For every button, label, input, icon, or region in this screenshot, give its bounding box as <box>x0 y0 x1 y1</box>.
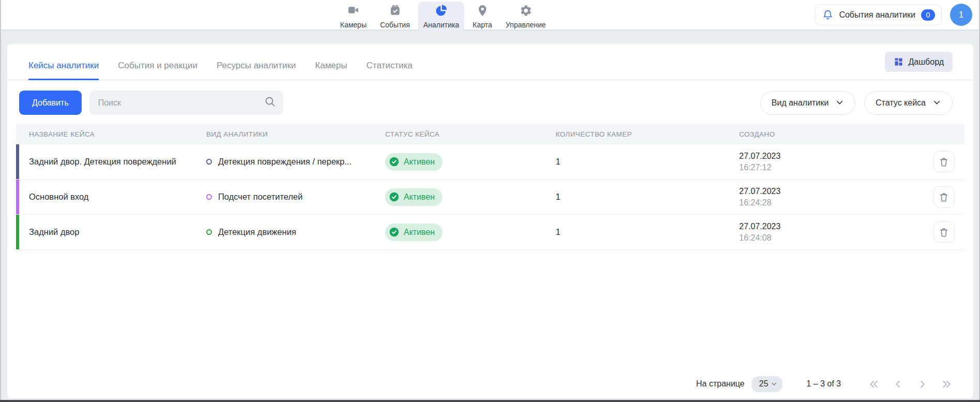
delete-button[interactable] <box>933 221 955 243</box>
case-status-cell: Активен <box>375 224 543 241</box>
col-created: СОЗДАНО <box>726 130 923 138</box>
double-chevron-left-icon <box>868 378 880 390</box>
case-status-cell: Активен <box>375 188 543 206</box>
col-case-name: НАЗВАНИЕ КЕЙСА <box>16 130 193 138</box>
nav-item-analytics[interactable]: Аналитика <box>418 2 464 32</box>
main-nav: Камеры События Аналитика Карта Управлени <box>335 2 551 32</box>
case-color-bar <box>16 180 19 214</box>
nav-label: Аналитика <box>423 21 459 29</box>
bell-icon <box>822 9 833 20</box>
window-bottom-border <box>0 400 980 402</box>
dashboard-button[interactable]: Дашборд <box>885 52 953 72</box>
nav-label: Управление <box>506 21 546 29</box>
camera-count: 1 <box>543 157 726 167</box>
first-page-button[interactable] <box>868 378 880 390</box>
chevron-right-icon <box>916 378 928 390</box>
case-name: Задний двор <box>16 227 193 237</box>
dashboard-grid-icon <box>894 57 904 67</box>
created-cell: 27.07.2023 16:24:28 <box>726 187 923 207</box>
status-badge: Активен <box>385 188 442 206</box>
tab-events-and-reactions[interactable]: События и реакции <box>118 61 197 80</box>
col-case-status: СТАТУС КЕЙСА <box>375 130 543 138</box>
nav-item-map[interactable]: Карта <box>467 2 497 32</box>
tab-analytics-resources[interactable]: Ресурсы аналитики <box>217 61 296 80</box>
case-color-bar <box>16 144 19 179</box>
tab-statistics[interactable]: Статистика <box>366 61 412 80</box>
created-time: 16:24:28 <box>739 198 923 207</box>
case-name: Основной вход <box>16 192 193 202</box>
case-status-cell: Активен <box>375 153 543 171</box>
table-row[interactable]: Задний двор Детекция движения Активен 1 … <box>16 215 964 250</box>
nav-label: Камеры <box>340 21 366 29</box>
table-header: НАЗВАНИЕ КЕЙСА ВИД АНАЛИТИКИ СТАТУС КЕЙС… <box>16 124 964 144</box>
per-page-select[interactable]: 25 <box>752 376 783 392</box>
search-box <box>89 91 283 115</box>
tab-cameras[interactable]: Камеры <box>315 61 347 80</box>
chevron-down-icon <box>771 381 777 388</box>
created-time: 16:27:12 <box>739 163 923 172</box>
pagination: На странице 25 1 – 3 of 3 <box>696 375 953 393</box>
dashboard-button-label: Дашборд <box>909 57 944 67</box>
top-bar: Камеры События Аналитика Карта Управлени <box>0 0 980 29</box>
analytics-type-icon <box>206 229 212 235</box>
check-circle-icon <box>389 156 400 167</box>
analytics-type-filter[interactable]: Вид аналитики <box>760 91 856 115</box>
per-page-label: На странице <box>696 379 745 389</box>
next-page-button[interactable] <box>916 378 928 390</box>
delete-button[interactable] <box>933 186 955 207</box>
search-icon[interactable] <box>264 96 276 110</box>
last-page-button[interactable] <box>941 378 953 390</box>
case-analytics-type: Детекция повреждения / перекр... <box>193 157 375 167</box>
case-color-bar <box>16 215 19 249</box>
analytics-events-button[interactable]: События аналитики 0 <box>815 4 942 25</box>
chevron-left-icon <box>892 378 904 390</box>
chevron-down-icon <box>835 98 844 107</box>
analytics-type-icon <box>206 159 212 165</box>
cases-table: НАЗВАНИЕ КЕЙСА ВИД АНАЛИТИКИ СТАТУС КЕЙС… <box>16 124 964 250</box>
tab-list: Кейсы аналитики События и реакции Ресурс… <box>28 61 412 80</box>
map-pin-icon <box>476 4 489 19</box>
gear-icon <box>519 4 532 19</box>
created-cell: 27.07.2023 16:27:12 <box>726 152 923 172</box>
status-badge: Активен <box>385 224 442 241</box>
events-count-badge: 0 <box>921 9 935 21</box>
camera-count: 1 <box>543 227 726 237</box>
nav-item-management[interactable]: Управление <box>500 2 551 32</box>
delete-button[interactable] <box>933 151 955 172</box>
tab-analytics-cases[interactable]: Кейсы аналитики <box>28 61 99 80</box>
case-name: Задний двор. Детекция повреждений <box>16 157 193 167</box>
search-input[interactable] <box>98 98 264 108</box>
pager-controls <box>868 378 953 390</box>
created-time: 16:24:08 <box>739 233 923 243</box>
prev-page-button[interactable] <box>892 378 904 390</box>
chevron-down-icon <box>932 98 941 107</box>
case-analytics-type: Детекция движения <box>193 227 375 237</box>
camera-icon <box>347 4 360 19</box>
table-row[interactable]: Задний двор. Детекция повреждений Детекц… <box>16 144 964 180</box>
created-date: 27.07.2023 <box>739 187 923 196</box>
analytics-panel: Кейсы аналитики События и реакции Ресурс… <box>7 44 973 398</box>
user-avatar[interactable]: 1 <box>950 4 972 26</box>
nav-item-cameras[interactable]: Камеры <box>335 2 372 32</box>
analytics-type-icon <box>206 194 212 200</box>
created-date: 27.07.2023 <box>739 152 923 161</box>
case-status-filter[interactable]: Статус кейса <box>864 91 953 115</box>
pie-chart-icon <box>435 4 448 19</box>
camera-count: 1 <box>543 192 726 202</box>
tabs-row: Кейсы аналитики События и реакции Ресурс… <box>7 44 973 80</box>
created-cell: 27.07.2023 16:24:08 <box>726 222 923 243</box>
check-circle-icon <box>389 191 400 202</box>
analytics-events-label: События аналитики <box>839 10 915 20</box>
created-date: 27.07.2023 <box>739 222 923 231</box>
col-analytics-type: ВИД АНАЛИТИКИ <box>193 130 375 138</box>
nav-item-events[interactable]: События <box>375 2 415 32</box>
add-case-button[interactable]: Добавить <box>19 91 82 115</box>
toolbar: Добавить Вид аналитики Статус кейса <box>19 91 953 115</box>
table-row[interactable]: Основной вход Подсчет посетителей Активе… <box>16 180 964 215</box>
check-circle-icon <box>389 227 400 237</box>
trash-icon <box>939 192 949 202</box>
double-chevron-right-icon <box>941 378 953 390</box>
case-analytics-type: Подсчет посетителей <box>193 192 375 202</box>
col-camera-count: КОЛИЧЕСТВО КАМЕР <box>543 130 726 138</box>
trash-icon <box>939 227 949 237</box>
